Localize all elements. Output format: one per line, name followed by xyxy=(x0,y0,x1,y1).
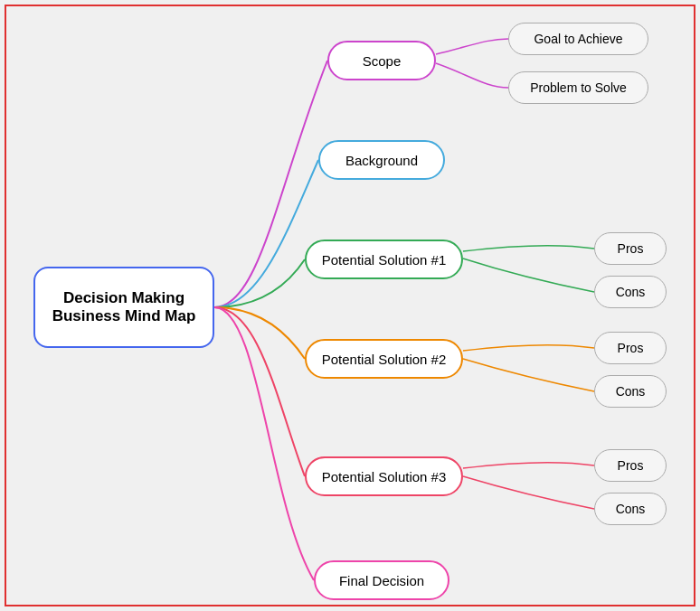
ps2-label: Potential Solution #2 xyxy=(322,352,447,367)
scope-node[interactable]: Scope xyxy=(327,41,436,80)
cons1-node[interactable]: Cons xyxy=(594,276,667,308)
pros1-node[interactable]: Pros xyxy=(594,232,667,265)
pros2-node[interactable]: Pros xyxy=(594,332,667,364)
final-node[interactable]: Final Decision xyxy=(314,560,449,600)
ps3-label: Potential Solution #3 xyxy=(322,469,447,484)
goal-label: Goal to Achieve xyxy=(534,32,622,46)
cons2-label: Cons xyxy=(616,384,646,399)
cons3-node[interactable]: Cons xyxy=(594,493,667,525)
final-label: Final Decision xyxy=(339,573,424,588)
diagram-container: Decision Making Business Mind Map Scope … xyxy=(5,5,695,606)
pros3-node[interactable]: Pros xyxy=(594,449,667,482)
center-label: Decision Making Business Mind Map xyxy=(52,289,196,325)
center-node[interactable]: Decision Making Business Mind Map xyxy=(33,267,214,348)
ps1-node[interactable]: Potential Solution #1 xyxy=(305,240,463,279)
ps2-node[interactable]: Potential Solution #2 xyxy=(305,339,463,379)
problem-node[interactable]: Problem to Solve xyxy=(508,71,648,104)
background-node[interactable]: Background xyxy=(318,140,445,180)
pros3-label: Pros xyxy=(618,458,644,473)
scope-label: Scope xyxy=(363,53,402,69)
cons1-label: Cons xyxy=(616,285,646,299)
ps3-node[interactable]: Potential Solution #3 xyxy=(305,456,463,496)
background-label: Background xyxy=(345,153,418,168)
pros1-label: Pros xyxy=(618,241,644,256)
pros2-label: Pros xyxy=(618,341,644,355)
cons3-label: Cons xyxy=(616,502,646,516)
goal-node[interactable]: Goal to Achieve xyxy=(508,23,648,55)
problem-label: Problem to Solve xyxy=(530,80,627,95)
ps1-label: Potential Solution #1 xyxy=(322,252,447,268)
cons2-node[interactable]: Cons xyxy=(594,375,667,408)
